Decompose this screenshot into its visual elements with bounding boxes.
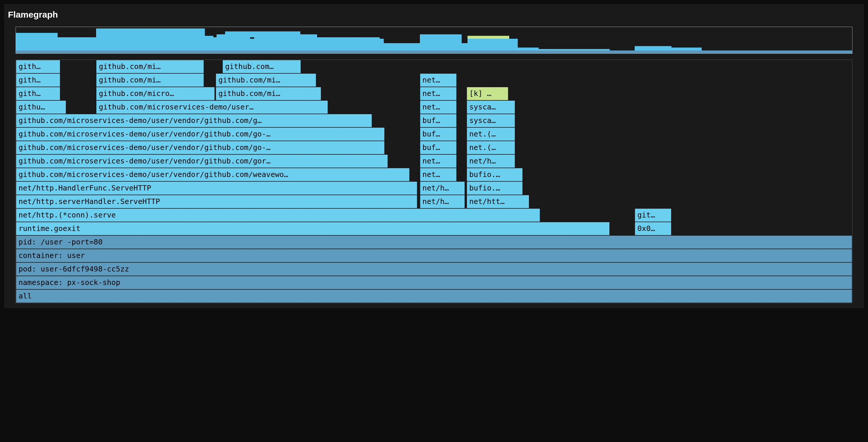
- flame-frame[interactable]: sysca…: [467, 114, 515, 127]
- flame-frame[interactable]: github.com/mi…: [96, 60, 204, 73]
- flame-frame[interactable]: namespace: px-sock-shop: [16, 276, 852, 290]
- flame-frame[interactable]: buf…: [420, 114, 457, 127]
- flame-frame[interactable]: net.(…: [467, 141, 515, 155]
- flame-frame[interactable]: bufio.…: [467, 181, 523, 195]
- flame-frame[interactable]: github.com/microservices-demo/user/vendo…: [16, 155, 388, 168]
- flame-frame[interactable]: 0x0…: [635, 222, 672, 235]
- flame-frame[interactable]: github.com/microservices-demo/user/vendo…: [16, 127, 384, 141]
- flame-row: github.com/microservices-demo/user/vendo…: [16, 168, 852, 181]
- flame-frame[interactable]: container: user: [16, 249, 852, 262]
- flame-frame[interactable]: buf…: [420, 127, 457, 141]
- flame-frame[interactable]: github.com/mi…: [216, 87, 321, 100]
- flame-row: namespace: px-sock-shop: [16, 276, 852, 290]
- flame-frame[interactable]: pid: /user -port=80: [16, 235, 852, 249]
- flame-frame[interactable]: bufio.…: [467, 168, 523, 181]
- flame-frame[interactable]: gith…: [16, 73, 60, 87]
- flame-row: runtime.goexit0x0…: [16, 222, 852, 235]
- flame-row: pod: user-6dfcf9498-cc5zz: [16, 262, 852, 276]
- flame-frame[interactable]: net/http.(*conn).serve: [16, 208, 540, 222]
- flame-frame[interactable]: net…: [420, 100, 457, 114]
- flame-frame[interactable]: git…: [635, 208, 672, 222]
- flame-row: github.com/microservices-demo/user/vendo…: [16, 141, 852, 155]
- flame-frame[interactable]: github.com/microservices-demo/user/vendo…: [16, 141, 384, 155]
- flame-frame[interactable]: gith…: [16, 60, 60, 73]
- flame-frame[interactable]: net/h…: [420, 181, 465, 195]
- flame-frame[interactable]: net…: [420, 73, 457, 87]
- flame-frame[interactable]: github.com/mi…: [96, 73, 204, 87]
- flame-frame[interactable]: githu…: [16, 100, 66, 114]
- flame-frame[interactable]: buf…: [420, 141, 457, 155]
- flame-frame[interactable]: net/htt…: [467, 195, 529, 208]
- flame-row: net/http.HandlerFunc.ServeHTTPnet/h…bufi…: [16, 181, 852, 195]
- flame-row: all: [16, 290, 852, 303]
- flame-frame[interactable]: net…: [420, 87, 457, 100]
- minimap[interactable]: [16, 27, 852, 54]
- flame-row: github.com/microservices-demo/user/vendo…: [16, 127, 852, 141]
- flamegraph-panel: Flamegraph gith…github.com/mi…github.com…: [3, 3, 865, 309]
- flame-row: container: user: [16, 249, 852, 262]
- flame-frame[interactable]: net…: [420, 168, 457, 181]
- flame-frame[interactable]: pod: user-6dfcf9498-cc5zz: [16, 262, 852, 276]
- flame-row: githu…github.com/microservices-demo/user…: [16, 100, 852, 114]
- flame-frame[interactable]: sysca…: [467, 100, 515, 114]
- flame-frame[interactable]: all: [16, 290, 852, 303]
- flamegraph[interactable]: gith…github.com/mi…github.com…gith…githu…: [16, 60, 852, 303]
- flame-frame[interactable]: runtime.goexit: [16, 222, 610, 235]
- flame-frame[interactable]: net/h…: [420, 195, 465, 208]
- flame-frame[interactable]: github.com…: [222, 60, 301, 73]
- flame-row: github.com/microservices-demo/user/vendo…: [16, 155, 852, 168]
- panel-title: Flamegraph: [4, 4, 864, 27]
- flame-frame[interactable]: github.com/microservices-demo/user…: [96, 100, 328, 114]
- flame-frame[interactable]: github.com/micro…: [96, 87, 215, 100]
- flame-row: gith…github.com/micro…github.com/mi…net……: [16, 87, 852, 100]
- flame-frame[interactable]: github.com/mi…: [216, 73, 316, 87]
- flame-frame[interactable]: github.com/microservices-demo/user/vendo…: [16, 168, 410, 181]
- flame-row: pid: /user -port=80: [16, 235, 852, 249]
- flame-frame[interactable]: net/http.HandlerFunc.ServeHTTP: [16, 181, 417, 195]
- flame-frame[interactable]: net/h…: [467, 155, 515, 168]
- flame-frame[interactable]: github.com/microservices-demo/user/vendo…: [16, 114, 372, 127]
- flame-row: github.com/microservices-demo/user/vendo…: [16, 114, 852, 127]
- flame-frame[interactable]: gith…: [16, 87, 60, 100]
- flame-row: gith…github.com/mi…github.com…: [16, 60, 852, 73]
- flame-frame[interactable]: net.(…: [467, 127, 515, 141]
- flame-frame[interactable]: [k] …: [467, 87, 508, 100]
- flame-frame[interactable]: net/http.serverHandler.ServeHTTP: [16, 195, 417, 208]
- flame-row: net/http.serverHandler.ServeHTTPnet/h…ne…: [16, 195, 852, 208]
- flame-row: net/http.(*conn).servegit…: [16, 208, 852, 222]
- flame-row: gith…github.com/mi…github.com/mi…net…: [16, 73, 852, 87]
- flame-frame[interactable]: net…: [420, 155, 457, 168]
